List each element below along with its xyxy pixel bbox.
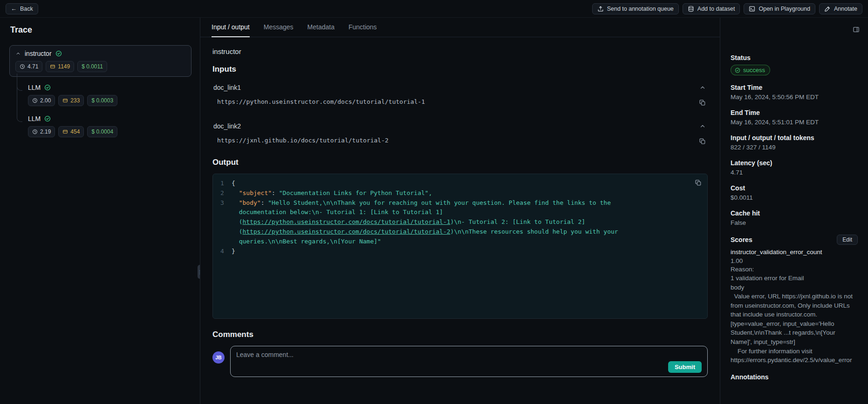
tokens-badge: 1149 — [46, 61, 74, 72]
tab-messages[interactable]: Messages — [264, 18, 294, 37]
back-label: Back — [20, 6, 33, 12]
detail-label: Start Time — [731, 84, 858, 91]
score-reason-text: 1 validation error for Email body Value … — [731, 274, 858, 365]
trace-children: LLM 2.00 233 $ 0.0003 LLM 2.1 — [16, 80, 191, 142]
output-code-block: 1{ 2 "subject": "Documentation Links for… — [212, 174, 708, 319]
output-heading: Output — [212, 158, 708, 167]
submit-comment-button[interactable]: Submit — [668, 361, 702, 373]
scores-section: Scores Edit instructor_validation_error_… — [731, 235, 858, 365]
tab-metadata[interactable]: Metadata — [308, 18, 335, 37]
cost-section: Cost $0.0011 — [731, 184, 858, 201]
back-button[interactable]: ← Back — [6, 3, 38, 14]
clock-icon — [32, 129, 38, 135]
trace-panel-title: Trace — [0, 25, 200, 35]
scores-label: Scores — [731, 236, 752, 243]
annotate-button[interactable]: Annotate — [819, 3, 862, 14]
collapse-node-button[interactable] — [15, 51, 21, 56]
cost-badge: $ 0.0004 — [87, 126, 117, 137]
edit-scores-button[interactable]: Edit — [837, 235, 858, 245]
trace-sidebar: Trace instructor 4.71 1149 $ 0.0011 LLM — [0, 18, 200, 404]
panel-resize-handle[interactable]: ⋮ — [198, 265, 200, 279]
success-check-icon — [55, 50, 62, 57]
tokens-value: 454 — [70, 128, 80, 136]
field-label: doc_link1 — [213, 84, 241, 91]
success-check-icon — [44, 84, 51, 91]
clock-icon — [20, 64, 25, 69]
topbar: ← Back Send to annotation queue Add to d… — [0, 0, 868, 18]
status-section: Status success — [731, 54, 858, 75]
detail-value: May 16, 2024, 5:50:56 PM EDT — [731, 94, 858, 101]
start-time-section: Start Time May 16, 2024, 5:50:56 PM EDT — [731, 84, 858, 101]
database-icon — [688, 6, 694, 12]
node-name: instructor — [25, 50, 52, 57]
code-line: 2 "subject": "Documentation Links for Py… — [216, 189, 701, 198]
code-text: : — [261, 199, 268, 206]
comment-composer: JB Submit — [212, 346, 708, 377]
detail-label: Cache hit — [731, 209, 858, 217]
detail-value: False — [731, 219, 858, 226]
send-to-annotation-queue-button[interactable]: Send to annotation queue — [592, 3, 679, 14]
tokens-icon — [62, 98, 68, 103]
cost-value: $ 0.0003 — [91, 96, 113, 105]
tab-functions[interactable]: Functions — [349, 18, 377, 37]
detail-value: 4.71 — [731, 169, 858, 176]
tab-bar: Input / output Messages Metadata Functio… — [200, 18, 720, 37]
chevron-up-icon — [699, 123, 706, 129]
code-key: "subject" — [232, 189, 272, 196]
tokens-badge: 454 — [58, 126, 84, 137]
end-time-section: End Time May 16, 2024, 5:51:01 PM EDT — [731, 109, 858, 126]
details-panel: Status success Start Time May 16, 2024, … — [720, 18, 868, 404]
copy-icon — [699, 138, 706, 145]
cost-value: $ 0.0011 — [82, 62, 103, 71]
copy-button[interactable] — [698, 98, 707, 107]
code-string: "Documentation Links for Python Tutorial… — [279, 189, 432, 196]
collapse-field-button[interactable] — [698, 122, 707, 130]
trace-node-instructor[interactable]: instructor 4.71 1149 $ 0.0011 — [9, 45, 191, 77]
field-label: doc_link2 — [213, 122, 241, 130]
code-line: 3 "body": "Hello Student,\n\nThank you f… — [216, 198, 701, 247]
copy-icon — [695, 179, 702, 186]
collapse-panel-button[interactable] — [852, 25, 861, 34]
node-metrics: 2.19 454 $ 0.0004 — [28, 126, 186, 137]
trace-node-llm-2[interactable]: LLM 2.19 454 $ 0.0004 — [23, 111, 191, 142]
code-text: { — [232, 180, 235, 187]
input-field-doc-link2: doc_link2 https://jxnl.github.io/docs/tu… — [212, 119, 708, 153]
copy-output-button[interactable] — [694, 178, 703, 187]
collapse-field-button[interactable] — [698, 83, 707, 92]
add-to-dataset-button[interactable]: Add to dataset — [683, 3, 740, 14]
open-in-playground-button[interactable]: Open in Playground — [744, 3, 815, 14]
field-value: https://jxnl.github.io/docs/tutorial/tut… — [217, 137, 389, 144]
detail-label: Input / output / total tokens — [731, 134, 858, 141]
add-to-dataset-label: Add to dataset — [697, 6, 735, 12]
node-metrics: 4.71 1149 $ 0.0011 — [15, 61, 185, 72]
tokens-icon — [50, 64, 55, 69]
line-number: 3 — [216, 198, 232, 247]
detail-value: $0.0011 — [731, 194, 858, 201]
code-line: 4} — [216, 247, 701, 256]
detail-label: Cost — [731, 184, 858, 192]
tokens-badge: 233 — [58, 95, 84, 106]
field-value: https://python.useinstructor.com/docs/tu… — [217, 98, 425, 105]
detail-value: May 16, 2024, 5:51:01 PM EDT — [731, 119, 858, 126]
tab-input-output[interactable]: Input / output — [212, 18, 250, 37]
open-in-playground-label: Open in Playground — [759, 6, 810, 12]
code-link: https://python.useinstructor.com/docs/tu… — [242, 218, 450, 225]
comment-input[interactable] — [236, 351, 702, 361]
trace-tree: instructor 4.71 1149 $ 0.0011 LLM 2.00 — [0, 45, 200, 142]
line-number: 4 — [216, 247, 232, 256]
main-panel: Input / output Messages Metadata Functio… — [200, 18, 720, 404]
latency-badge: 2.19 — [28, 126, 55, 137]
comment-box: Submit — [230, 346, 708, 377]
score-reason-label: Reason: — [731, 266, 858, 273]
trace-node-llm-1[interactable]: LLM 2.00 233 $ 0.0003 — [23, 80, 191, 111]
tokens-section: Input / output / total tokens 822 / 327 … — [731, 134, 858, 151]
send-to-queue-label: Send to annotation queue — [607, 6, 674, 12]
latency-value: 2.00 — [40, 96, 51, 105]
copy-button[interactable] — [698, 137, 707, 146]
chevron-up-icon — [699, 84, 706, 91]
cost-badge: $ 0.0003 — [87, 95, 117, 106]
status-badge: success — [731, 65, 770, 75]
cost-value: $ 0.0004 — [91, 128, 113, 136]
node-metrics: 2.00 233 $ 0.0003 — [28, 95, 186, 106]
annotate-label: Annotate — [834, 6, 857, 12]
